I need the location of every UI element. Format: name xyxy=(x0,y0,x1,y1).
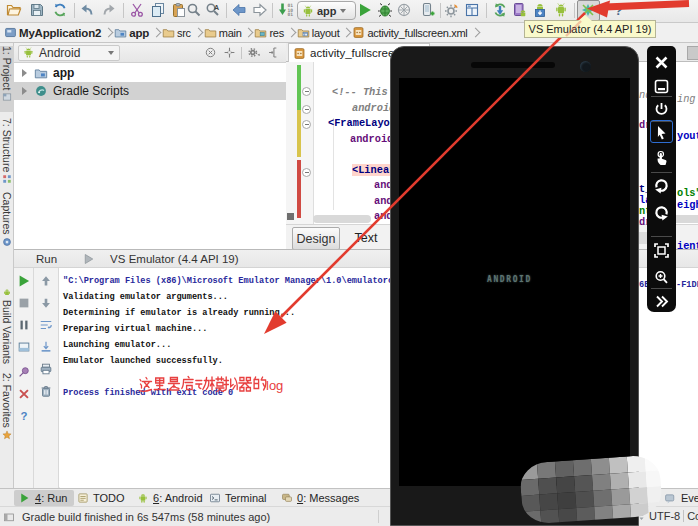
console-line-text: Emulator launched successfully. xyxy=(63,356,223,366)
tab-design[interactable]: Design xyxy=(292,227,340,250)
toolwindow-tab-2-favorites[interactable]: 2: Favorites xyxy=(0,373,14,449)
run-icon[interactable] xyxy=(357,2,375,20)
close-icon[interactable] xyxy=(17,387,31,401)
breadcrumb-app[interactable]: app xyxy=(114,23,149,43)
mosaic-censor xyxy=(519,454,663,525)
toolwindow-tab-7-structure[interactable]: 7: Structure xyxy=(0,118,14,190)
compile-icon[interactable]: 011001 xyxy=(278,2,296,20)
cut-icon[interactable] xyxy=(129,2,147,20)
run-tab-title[interactable]: Run xyxy=(36,253,57,265)
down-stack-icon[interactable] xyxy=(39,296,53,310)
emulator-minimize-button[interactable] xyxy=(653,78,670,95)
fold-marker-icon[interactable] xyxy=(302,168,311,177)
android-boot-text: ANDROID xyxy=(394,275,625,284)
editor-hscrollbar[interactable] xyxy=(313,215,371,223)
back-icon[interactable] xyxy=(231,2,249,20)
copy-icon[interactable] xyxy=(150,2,168,20)
sync-icon[interactable] xyxy=(52,2,70,20)
find-icon[interactable] xyxy=(186,2,204,20)
replace-icon[interactable]: A xyxy=(205,2,223,20)
coverage-icon[interactable] xyxy=(396,2,414,20)
mosaic-cell xyxy=(592,474,611,491)
emulator-rotate-ccw-button[interactable] xyxy=(653,177,670,194)
locate-icon[interactable] xyxy=(223,46,236,59)
breadcrumb-label: app xyxy=(129,27,149,39)
toolwindow-tab-1-project[interactable]: 1: Project xyxy=(0,46,14,112)
emulator-zoom-in-button[interactable] xyxy=(653,269,670,286)
emulator-rotate-cw-button[interactable] xyxy=(653,204,670,221)
up-stack-icon[interactable] xyxy=(39,274,53,288)
save-icon[interactable] xyxy=(29,2,47,20)
stop-icon[interactable] xyxy=(17,296,31,310)
right-fragment: ing xyxy=(677,93,696,105)
clear-icon[interactable] xyxy=(39,384,53,398)
toolwindow-tab-build-variants[interactable]: Build Variants xyxy=(0,286,14,364)
toolwindow-button-6-android[interactable]: 6: Android xyxy=(132,490,210,506)
run-header-play-icon xyxy=(83,253,95,265)
tree-row-gradle-scripts[interactable]: Gradle Scripts xyxy=(14,82,286,100)
project-view-selector[interactable]: Android xyxy=(39,46,80,60)
expand-arrow-icon[interactable] xyxy=(22,87,27,95)
collapse-all-icon[interactable] xyxy=(267,46,280,59)
phone-screen[interactable]: ANDROID xyxy=(399,78,630,486)
breadcrumb-res[interactable]: res xyxy=(254,23,283,43)
console-fragment: 6B xyxy=(639,280,647,290)
console-line-text: Validating emulator arguments... xyxy=(63,292,228,302)
emulator-touch-button[interactable] xyxy=(653,150,670,167)
gutter-change-marker xyxy=(297,65,301,110)
encoding-indicator[interactable]: UTF-8 xyxy=(649,510,680,522)
toolwindow-button-4-run[interactable]: 4: Run xyxy=(14,490,74,506)
toolwindow-button-event-log[interactable]: Event Log xyxy=(664,490,698,506)
tree-row-app[interactable]: app xyxy=(14,64,286,82)
breadcrumb-layout[interactable]: layout xyxy=(297,23,340,43)
sdk-manager-icon[interactable] xyxy=(532,2,550,20)
forward-icon[interactable] xyxy=(252,2,270,20)
gear-icon[interactable] xyxy=(247,46,261,59)
fold-marker-icon[interactable] xyxy=(302,120,311,129)
breadcrumb-label: layout xyxy=(312,27,340,39)
toolwindow-button-0-messages[interactable]: 0: Messages xyxy=(276,490,366,506)
hide-icon[interactable] xyxy=(204,46,217,59)
toolwindow-button-terminal[interactable]: Terminal xyxy=(204,490,274,506)
toolwindow-toggle-icon[interactable] xyxy=(3,511,15,523)
breadcrumb-src[interactable]: src xyxy=(162,23,191,43)
settings-icon[interactable] xyxy=(444,2,462,20)
pin-icon[interactable] xyxy=(17,365,31,379)
emulator-close-button[interactable] xyxy=(653,54,670,71)
breadcrumb-activity-fullscreen-xml[interactable]: activity_fullscreen.xml xyxy=(352,23,467,43)
context-indicator[interactable]: Co xyxy=(687,510,698,522)
debug-icon[interactable] xyxy=(377,2,395,20)
emulator-cursor-button[interactable] xyxy=(653,124,670,141)
tab-text[interactable]: Text xyxy=(346,227,386,248)
run-configuration-selector[interactable]: app xyxy=(297,1,356,20)
undo-icon[interactable] xyxy=(79,2,97,20)
print-icon[interactable] xyxy=(39,362,53,376)
open-folder-icon[interactable] xyxy=(6,2,24,20)
breadcrumb-main[interactable]: main xyxy=(204,23,242,43)
fold-marker-icon[interactable] xyxy=(302,87,311,96)
toolbar-separator xyxy=(226,3,227,18)
restore-layout-icon[interactable] xyxy=(17,340,31,354)
rerun-icon[interactable] xyxy=(17,274,31,288)
toolwindow-tab-captures[interactable]: Captures xyxy=(0,192,14,248)
emulator-power-button[interactable] xyxy=(653,101,670,118)
breadcrumb-label: src xyxy=(177,27,191,39)
device-monitor-icon[interactable] xyxy=(511,2,529,20)
avd-manager-icon[interactable] xyxy=(553,2,571,20)
project-structure-icon[interactable] xyxy=(464,2,482,20)
soft-wrap-icon[interactable] xyxy=(39,318,53,332)
breadcrumb-myapplication2[interactable]: MyApplication2 xyxy=(4,23,101,43)
scroll-end-icon[interactable] xyxy=(39,340,53,354)
pause-icon[interactable] xyxy=(17,318,31,332)
mosaic-cell xyxy=(539,493,558,510)
fold-marker-icon[interactable] xyxy=(302,105,311,114)
emulator-fit-screen-button[interactable] xyxy=(653,242,670,259)
help-icon[interactable]: ? xyxy=(611,2,629,20)
gradle-sync-icon[interactable] xyxy=(492,2,510,20)
expand-arrow-icon[interactable] xyxy=(22,69,27,77)
help-icon[interactable]: ? xyxy=(17,409,31,423)
emulator-expand-button[interactable] xyxy=(653,293,670,310)
attach-debugger-icon[interactable] xyxy=(419,2,437,20)
toolwindow-button-todo[interactable]: TODO xyxy=(72,490,132,506)
redo-icon[interactable] xyxy=(101,2,119,20)
